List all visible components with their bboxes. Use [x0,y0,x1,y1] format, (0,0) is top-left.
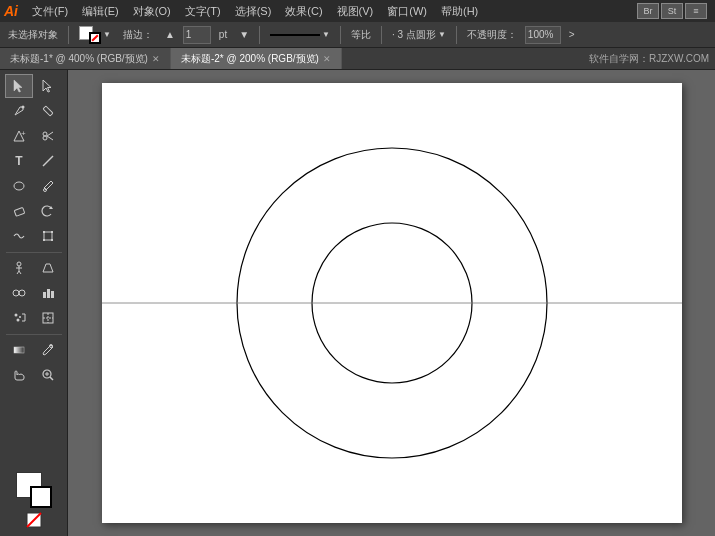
stroke-up-btn[interactable]: ▲ [161,27,179,42]
tool-row-eraser [5,199,62,223]
svg-point-36 [50,345,53,348]
stroke-style-preview[interactable]: ▼ [266,28,334,41]
svg-point-24 [13,290,19,296]
stroke-label: 描边： [119,26,157,44]
tool-row-type: T [5,149,62,173]
toolbar-separator-4 [381,26,382,44]
tab-bar: 未标题-1* @ 400% (RGB/预览) ✕ 未标题-2* @ 200% (… [0,48,715,70]
no-selection-label: 未选择对象 [4,26,62,44]
tool-blend[interactable] [5,281,33,305]
menu-view[interactable]: 视图(V) [331,2,380,21]
tool-slice[interactable] [34,306,62,330]
tool-type[interactable]: T [5,149,33,173]
svg-point-5 [43,132,47,136]
svg-rect-35 [14,347,24,353]
tab-2-close[interactable]: ✕ [323,54,331,64]
opacity-input[interactable] [525,26,561,44]
canvas-svg [102,83,682,523]
menu-file[interactable]: 文件(F) [26,2,74,21]
stroke-unit: pt [215,27,231,42]
opacity-label: 不透明度： [463,26,521,44]
tool-scissors[interactable] [34,124,62,148]
tool-warp[interactable] [5,224,33,248]
tool-row-blend [5,281,62,305]
tool-eyedropper[interactable] [34,338,62,362]
svg-line-8 [47,136,53,140]
svg-rect-14 [44,232,52,240]
bridge-icon[interactable]: Br [637,3,659,19]
menu-object[interactable]: 对象(O) [127,2,177,21]
tool-pen[interactable] [5,99,33,123]
menu-window[interactable]: 窗口(W) [381,2,433,21]
tool-zoom[interactable] [34,363,62,387]
stroke-dropdown-btn[interactable]: ▼ [235,27,253,42]
fill-dropdown-arrow[interactable]: ▼ [103,30,111,39]
svg-rect-26 [43,292,46,298]
menu-select[interactable]: 选择(S) [229,2,278,21]
app-logo: Ai [4,3,18,19]
svg-text:+: + [21,129,26,138]
tool-hand[interactable] [5,363,33,387]
svg-point-2 [22,106,25,109]
tool-separator-2 [6,334,62,335]
equal-ratio-label: 等比 [347,26,375,44]
dot-style-btn[interactable]: · 3 点圆形 ▼ [388,26,450,44]
svg-line-9 [43,156,53,166]
svg-rect-12 [14,207,25,216]
tool-row-shape [5,174,62,198]
main-area: + T [0,70,715,536]
tool-row-selection [5,74,62,98]
tab-2-label: 未标题-2* @ 200% (RGB/预览) [181,52,319,66]
svg-point-31 [17,319,20,322]
tool-separator-1 [6,252,62,253]
svg-rect-3 [43,106,53,116]
tool-ellipse[interactable] [5,174,33,198]
tab-1-close[interactable]: ✕ [152,54,160,64]
workspace-icon[interactable]: ≡ [685,3,707,19]
menu-edit[interactable]: 编辑(E) [76,2,125,21]
tool-select[interactable] [5,74,33,98]
svg-point-11 [44,189,47,192]
none-indicator[interactable] [26,512,42,528]
svg-rect-27 [47,289,50,298]
opacity-dropdown-btn[interactable]: > [565,27,579,42]
menu-bar: Ai 文件(F) 编辑(E) 对象(O) 文字(T) 选择(S) 效果(C) 视… [0,0,715,22]
tool-direct-select[interactable] [34,74,62,98]
menu-text[interactable]: 文字(T) [179,2,227,21]
tool-pencil[interactable] [34,99,62,123]
tool-column-graph[interactable] [34,281,62,305]
tab-untitled-2[interactable]: 未标题-2* @ 200% (RGB/预览) ✕ [171,48,342,69]
tab-untitled-1[interactable]: 未标题-1* @ 400% (RGB/预览) ✕ [0,48,171,69]
svg-point-10 [14,182,24,190]
tool-row-pen [5,99,62,123]
tool-add-anchor[interactable]: + [5,124,33,148]
menu-help[interactable]: 帮助(H) [435,2,484,21]
tool-symbol-sprayer[interactable] [5,306,33,330]
menu-effect[interactable]: 效果(C) [279,2,328,21]
tool-gradient[interactable] [5,338,33,362]
tool-paintbrush[interactable] [34,174,62,198]
toolbar-separator-3 [340,26,341,44]
tools-panel: + T [0,70,68,536]
tool-puppet-warp[interactable] [5,256,33,280]
svg-marker-0 [14,80,22,92]
stroke-swatch[interactable] [30,486,52,508]
tool-row-gradient [5,338,62,362]
svg-point-19 [17,262,21,266]
tool-eraser[interactable] [5,199,33,223]
stock-icon[interactable]: St [661,3,683,19]
tool-line[interactable] [34,149,62,173]
stroke-value-input[interactable] [183,26,211,44]
color-swatch-area [12,468,56,532]
tool-row-warp [5,224,62,248]
tool-row-puppet [5,256,62,280]
svg-line-7 [47,132,53,136]
canvas-document [102,83,682,523]
toolbar-separator-2 [259,26,260,44]
svg-point-6 [43,136,47,140]
tool-rotate[interactable] [34,199,62,223]
tool-perspective[interactable] [34,256,62,280]
fill-color-btn[interactable]: ▼ [75,24,115,46]
svg-marker-1 [43,80,51,92]
tool-free-transform[interactable] [34,224,62,248]
